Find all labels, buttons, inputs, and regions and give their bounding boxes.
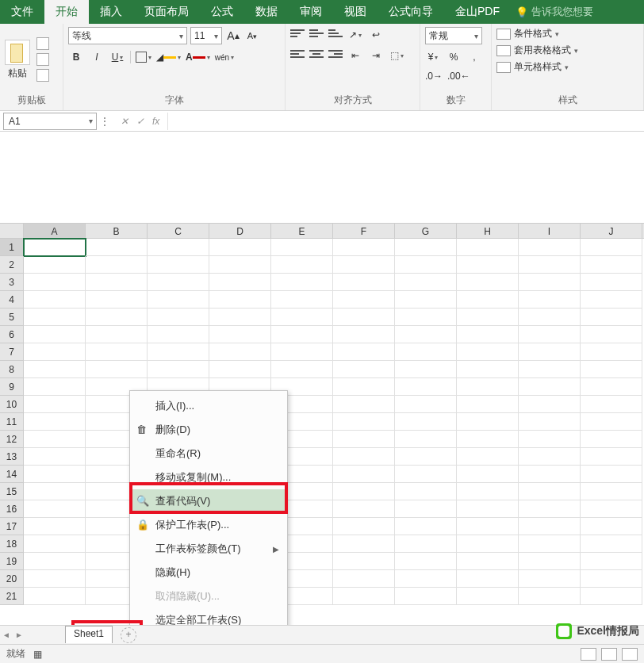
col-header-H[interactable]: H <box>457 224 519 238</box>
select-all-corner[interactable] <box>0 224 24 238</box>
tab-home[interactable]: 开始 <box>44 0 89 24</box>
cell[interactable] <box>86 256 148 274</box>
fill-color-button[interactable]: ◢ <box>156 49 181 65</box>
cell[interactable] <box>457 256 519 274</box>
cell[interactable] <box>457 239 519 256</box>
orientation-button[interactable]: ↗ <box>347 27 363 43</box>
cell[interactable] <box>333 361 395 378</box>
cell[interactable] <box>457 309 519 326</box>
cell[interactable] <box>333 588 395 605</box>
col-header-G[interactable]: G <box>395 224 457 238</box>
ctx-insert[interactable]: 插入(I)... <box>130 394 287 418</box>
cell[interactable] <box>519 553 581 570</box>
cell[interactable] <box>24 256 86 274</box>
cell[interactable] <box>581 483 642 500</box>
cell[interactable] <box>519 466 581 483</box>
ctx-protect-sheet[interactable]: 🔒保护工作表(P)... <box>130 513 287 537</box>
row-header-12[interactable]: 12 <box>0 431 24 448</box>
fx-icon[interactable]: fx <box>152 116 159 127</box>
col-header-J[interactable]: J <box>581 224 642 238</box>
tab-insert[interactable]: 插入 <box>89 0 133 24</box>
cell[interactable] <box>24 431 86 448</box>
cell[interactable] <box>86 239 148 256</box>
cell[interactable] <box>333 553 395 570</box>
cell[interactable] <box>519 274 581 291</box>
row-header-15[interactable]: 15 <box>0 483 24 500</box>
cell[interactable] <box>333 448 395 466</box>
cell[interactable] <box>395 413 457 431</box>
cell[interactable] <box>519 535 581 553</box>
cell[interactable] <box>519 378 581 396</box>
cell[interactable] <box>581 413 642 431</box>
macro-record-icon[interactable]: ▦ <box>33 649 42 660</box>
cell[interactable] <box>395 326 457 343</box>
cell[interactable] <box>24 343 86 361</box>
decrease-indent-icon[interactable]: ⇤ <box>347 48 363 63</box>
cell[interactable] <box>333 500 395 518</box>
cell[interactable] <box>333 256 395 274</box>
cell[interactable] <box>333 343 395 361</box>
cell[interactable] <box>86 291 148 309</box>
cell[interactable] <box>581 378 642 396</box>
col-header-C[interactable]: C <box>148 224 209 238</box>
formula-input[interactable] <box>167 113 644 130</box>
cell[interactable] <box>457 466 519 483</box>
cancel-formula-icon[interactable]: ✕ <box>121 116 128 127</box>
cell[interactable] <box>457 588 519 605</box>
cell[interactable] <box>581 396 642 413</box>
cell[interactable] <box>457 361 519 378</box>
cell[interactable] <box>519 343 581 361</box>
cell[interactable] <box>395 483 457 500</box>
cell[interactable] <box>519 396 581 413</box>
cell-styles-button[interactable]: 单元格样式 ▾ <box>496 60 569 74</box>
cell[interactable] <box>395 518 457 535</box>
cell[interactable] <box>457 431 519 448</box>
percent-button[interactable]: % <box>446 49 462 65</box>
cell[interactable] <box>581 343 642 361</box>
align-bottom-icon[interactable] <box>328 27 343 40</box>
ctx-rename[interactable]: 重命名(R) <box>130 442 287 466</box>
row-header-21[interactable]: 21 <box>0 588 24 605</box>
sheet-nav-prev-icon[interactable]: ◄ <box>0 630 13 639</box>
font-name-combo[interactable]: 等线 <box>68 27 187 44</box>
cell[interactable] <box>271 274 333 291</box>
cell[interactable] <box>519 431 581 448</box>
cell[interactable] <box>581 326 642 343</box>
increase-indent-icon[interactable]: ⇥ <box>368 48 384 63</box>
cell[interactable] <box>457 518 519 535</box>
cell[interactable] <box>581 361 642 378</box>
increase-font-icon[interactable]: A▴ <box>225 28 241 44</box>
align-middle-icon[interactable] <box>309 27 324 40</box>
row-header-9[interactable]: 9 <box>0 378 24 396</box>
cell[interactable] <box>148 326 209 343</box>
cell[interactable] <box>24 500 86 518</box>
cell[interactable] <box>148 239 209 256</box>
row-header-1[interactable]: 1 <box>0 239 24 256</box>
cell[interactable] <box>395 535 457 553</box>
conditional-format-button[interactable]: 条件格式 ▾ <box>496 27 559 40</box>
cell[interactable] <box>148 274 209 291</box>
ctx-view-code[interactable]: 🔍查看代码(V) <box>130 489 287 513</box>
cell[interactable] <box>519 256 581 274</box>
cell[interactable] <box>581 553 642 570</box>
ctx-move-copy[interactable]: 移动或复制(M)... <box>130 466 287 489</box>
cell[interactable] <box>271 326 333 343</box>
cell[interactable] <box>581 570 642 588</box>
col-header-I[interactable]: I <box>519 224 581 238</box>
row-header-7[interactable]: 7 <box>0 343 24 361</box>
cell[interactable] <box>209 343 271 361</box>
increase-decimal-icon[interactable]: .0→ <box>425 68 443 84</box>
cell[interactable] <box>24 535 86 553</box>
cell[interactable] <box>333 309 395 326</box>
cell[interactable] <box>395 239 457 256</box>
cell[interactable] <box>581 500 642 518</box>
cell[interactable] <box>271 343 333 361</box>
cell[interactable] <box>333 413 395 431</box>
cell[interactable] <box>86 274 148 291</box>
cell[interactable] <box>581 535 642 553</box>
cell[interactable] <box>333 431 395 448</box>
cell[interactable] <box>395 431 457 448</box>
number-format-combo[interactable]: 常规 <box>425 27 482 44</box>
cell[interactable] <box>519 326 581 343</box>
cell[interactable] <box>395 588 457 605</box>
